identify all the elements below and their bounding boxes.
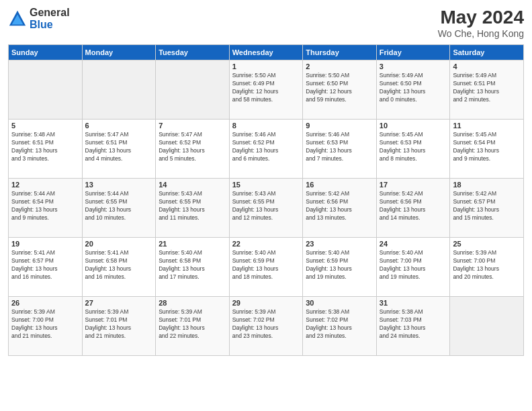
day-cell: 6Sunrise: 5:47 AM Sunset: 6:51 PM Daylig…: [82, 120, 156, 179]
logo-text: General Blue: [30, 7, 70, 30]
day-number: 17: [380, 181, 447, 189]
day-header-sunday: Sunday: [9, 45, 83, 60]
day-number: 20: [85, 240, 153, 248]
day-header-wednesday: Wednesday: [229, 45, 303, 60]
day-cell: 5Sunrise: 5:48 AM Sunset: 6:51 PM Daylig…: [9, 120, 83, 179]
day-number: 26: [11, 299, 79, 307]
day-info: Sunrise: 5:40 AM Sunset: 6:58 PM Dayligh…: [159, 249, 226, 281]
day-info: Sunrise: 5:43 AM Sunset: 6:55 PM Dayligh…: [232, 190, 300, 222]
day-info: Sunrise: 5:46 AM Sunset: 6:53 PM Dayligh…: [306, 131, 373, 163]
day-number: 4: [453, 62, 521, 71]
day-info: Sunrise: 5:42 AM Sunset: 6:56 PM Dayligh…: [380, 190, 447, 222]
day-cell: [450, 297, 524, 356]
day-cell: [156, 60, 230, 120]
day-number: 23: [306, 240, 373, 248]
calendar-table: SundayMondayTuesdayWednesdayThursdayFrid…: [8, 44, 524, 356]
day-info: Sunrise: 5:44 AM Sunset: 6:54 PM Dayligh…: [11, 190, 79, 222]
week-row-4: 19Sunrise: 5:41 AM Sunset: 6:57 PM Dayli…: [9, 238, 524, 297]
day-header-thursday: Thursday: [303, 45, 377, 60]
logo: General Blue: [8, 7, 70, 30]
day-number: 2: [306, 62, 373, 71]
logo-blue: Blue: [30, 19, 70, 31]
day-cell: 11Sunrise: 5:45 AM Sunset: 6:54 PM Dayli…: [450, 120, 524, 179]
day-cell: 31Sunrise: 5:38 AM Sunset: 7:03 PM Dayli…: [376, 297, 450, 356]
header-row: SundayMondayTuesdayWednesdayThursdayFrid…: [9, 45, 524, 60]
day-info: Sunrise: 5:39 AM Sunset: 7:01 PM Dayligh…: [159, 308, 226, 340]
day-cell: 29Sunrise: 5:39 AM Sunset: 7:02 PM Dayli…: [229, 297, 303, 356]
day-cell: [82, 60, 156, 120]
day-number: 1: [232, 62, 300, 71]
day-info: Sunrise: 5:39 AM Sunset: 7:02 PM Dayligh…: [232, 308, 300, 340]
day-info: Sunrise: 5:39 AM Sunset: 7:00 PM Dayligh…: [453, 249, 521, 281]
day-info: Sunrise: 5:46 AM Sunset: 6:52 PM Dayligh…: [232, 131, 300, 163]
week-row-5: 26Sunrise: 5:39 AM Sunset: 7:00 PM Dayli…: [9, 297, 524, 356]
logo-general: General: [30, 7, 70, 19]
day-cell: 14Sunrise: 5:43 AM Sunset: 6:55 PM Dayli…: [156, 179, 230, 238]
day-info: Sunrise: 5:38 AM Sunset: 7:03 PM Dayligh…: [380, 308, 447, 340]
page-header: General Blue May 2024 Wo Che, Hong Kong: [8, 7, 524, 39]
day-cell: 3Sunrise: 5:49 AM Sunset: 6:50 PM Daylig…: [376, 60, 450, 120]
day-number: 7: [159, 122, 226, 130]
day-cell: 28Sunrise: 5:39 AM Sunset: 7:01 PM Dayli…: [156, 297, 230, 356]
day-number: 15: [232, 181, 300, 189]
day-number: 30: [306, 299, 373, 307]
day-info: Sunrise: 5:42 AM Sunset: 6:57 PM Dayligh…: [453, 190, 521, 222]
day-cell: 13Sunrise: 5:44 AM Sunset: 6:55 PM Dayli…: [82, 179, 156, 238]
week-row-3: 12Sunrise: 5:44 AM Sunset: 6:54 PM Dayli…: [9, 179, 524, 238]
day-number: 11: [453, 122, 521, 130]
day-cell: 20Sunrise: 5:41 AM Sunset: 6:58 PM Dayli…: [82, 238, 156, 297]
day-number: 25: [453, 240, 521, 248]
day-number: 8: [232, 122, 300, 130]
day-info: Sunrise: 5:41 AM Sunset: 6:57 PM Dayligh…: [11, 249, 79, 281]
day-number: 10: [380, 122, 447, 130]
day-number: 5: [11, 122, 79, 130]
day-cell: 18Sunrise: 5:42 AM Sunset: 6:57 PM Dayli…: [450, 179, 524, 238]
day-cell: 2Sunrise: 5:50 AM Sunset: 6:50 PM Daylig…: [303, 60, 377, 120]
day-cell: 16Sunrise: 5:42 AM Sunset: 6:56 PM Dayli…: [303, 179, 377, 238]
logo-icon: [8, 9, 27, 28]
day-header-tuesday: Tuesday: [156, 45, 230, 60]
day-number: 12: [11, 181, 79, 189]
day-cell: 4Sunrise: 5:49 AM Sunset: 6:51 PM Daylig…: [450, 60, 524, 120]
title-section: May 2024 Wo Che, Hong Kong: [438, 7, 524, 39]
week-row-2: 5Sunrise: 5:48 AM Sunset: 6:51 PM Daylig…: [9, 120, 524, 179]
day-number: 31: [380, 299, 447, 307]
day-info: Sunrise: 5:38 AM Sunset: 7:02 PM Dayligh…: [306, 308, 373, 340]
day-cell: 8Sunrise: 5:46 AM Sunset: 6:52 PM Daylig…: [229, 120, 303, 179]
week-row-1: 1Sunrise: 5:50 AM Sunset: 6:49 PM Daylig…: [9, 60, 524, 120]
day-number: 27: [85, 299, 153, 307]
day-number: 13: [85, 181, 153, 189]
day-header-monday: Monday: [82, 45, 156, 60]
day-info: Sunrise: 5:45 AM Sunset: 6:53 PM Dayligh…: [380, 131, 447, 163]
day-info: Sunrise: 5:42 AM Sunset: 6:56 PM Dayligh…: [306, 190, 373, 222]
day-number: 9: [306, 122, 373, 130]
location: Wo Che, Hong Kong: [438, 28, 524, 39]
day-cell: 17Sunrise: 5:42 AM Sunset: 6:56 PM Dayli…: [376, 179, 450, 238]
day-info: Sunrise: 5:40 AM Sunset: 6:59 PM Dayligh…: [232, 249, 300, 281]
day-cell: 24Sunrise: 5:40 AM Sunset: 7:00 PM Dayli…: [376, 238, 450, 297]
day-number: 24: [380, 240, 447, 248]
day-number: 18: [453, 181, 521, 189]
day-cell: 26Sunrise: 5:39 AM Sunset: 7:00 PM Dayli…: [9, 297, 83, 356]
day-cell: 15Sunrise: 5:43 AM Sunset: 6:55 PM Dayli…: [229, 179, 303, 238]
day-cell: 12Sunrise: 5:44 AM Sunset: 6:54 PM Dayli…: [9, 179, 83, 238]
day-cell: 23Sunrise: 5:40 AM Sunset: 6:59 PM Dayli…: [303, 238, 377, 297]
day-header-saturday: Saturday: [450, 45, 524, 60]
day-number: 19: [11, 240, 79, 248]
day-cell: 19Sunrise: 5:41 AM Sunset: 6:57 PM Dayli…: [9, 238, 83, 297]
day-info: Sunrise: 5:48 AM Sunset: 6:51 PM Dayligh…: [11, 131, 79, 163]
day-cell: 30Sunrise: 5:38 AM Sunset: 7:02 PM Dayli…: [303, 297, 377, 356]
day-info: Sunrise: 5:49 AM Sunset: 6:50 PM Dayligh…: [380, 72, 447, 104]
day-info: Sunrise: 5:39 AM Sunset: 7:01 PM Dayligh…: [85, 308, 153, 340]
day-cell: 25Sunrise: 5:39 AM Sunset: 7:00 PM Dayli…: [450, 238, 524, 297]
day-cell: 9Sunrise: 5:46 AM Sunset: 6:53 PM Daylig…: [303, 120, 377, 179]
day-info: Sunrise: 5:49 AM Sunset: 6:51 PM Dayligh…: [453, 72, 521, 104]
day-cell: 21Sunrise: 5:40 AM Sunset: 6:58 PM Dayli…: [156, 238, 230, 297]
day-number: 29: [232, 299, 300, 307]
day-cell: 27Sunrise: 5:39 AM Sunset: 7:01 PM Dayli…: [82, 297, 156, 356]
day-info: Sunrise: 5:41 AM Sunset: 6:58 PM Dayligh…: [85, 249, 153, 281]
day-info: Sunrise: 5:50 AM Sunset: 6:50 PM Dayligh…: [306, 72, 373, 104]
day-info: Sunrise: 5:47 AM Sunset: 6:51 PM Dayligh…: [85, 131, 153, 163]
day-number: 3: [380, 62, 447, 71]
day-number: 28: [159, 299, 226, 307]
